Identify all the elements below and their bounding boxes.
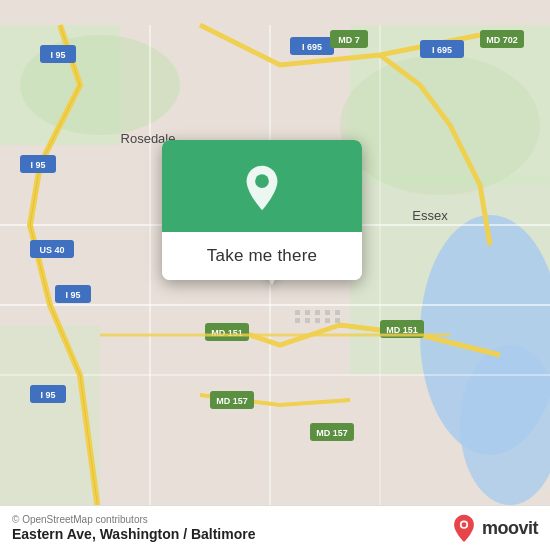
svg-text:I 95: I 95: [65, 290, 80, 300]
bottom-bar: © OpenStreetMap contributors Eastern Ave…: [0, 505, 550, 550]
svg-text:MD 157: MD 157: [316, 428, 348, 438]
svg-text:MD 157: MD 157: [216, 396, 248, 406]
svg-text:I 95: I 95: [30, 160, 45, 170]
map-container: I 95 I 95 I 95 I 95 US 40 I 695 I 695 MD…: [0, 0, 550, 550]
svg-rect-50: [325, 310, 330, 315]
svg-rect-53: [335, 318, 340, 323]
take-me-there-button[interactable]: Take me there: [162, 232, 362, 280]
svg-point-6: [340, 55, 540, 195]
popup-card: Take me there: [162, 140, 362, 280]
location-title: Eastern Ave, Washington / Baltimore: [12, 526, 256, 542]
svg-rect-47: [295, 318, 300, 323]
svg-rect-49: [315, 318, 320, 323]
moovit-logo: moovit: [450, 514, 538, 542]
svg-rect-44: [295, 310, 300, 315]
moovit-text: moovit: [482, 518, 538, 539]
svg-text:I 695: I 695: [302, 42, 322, 52]
svg-text:I 95: I 95: [40, 390, 55, 400]
svg-text:Essex: Essex: [412, 208, 448, 223]
svg-text:I 95: I 95: [50, 50, 65, 60]
popup-icon-area: [162, 140, 362, 232]
svg-rect-48: [305, 318, 310, 323]
location-pin-icon: [238, 164, 286, 212]
moovit-pin-icon: [450, 514, 478, 542]
svg-text:US 40: US 40: [39, 245, 64, 255]
svg-text:MD 7: MD 7: [338, 35, 360, 45]
copyright-text: © OpenStreetMap contributors: [12, 514, 256, 525]
svg-rect-46: [315, 310, 320, 315]
svg-rect-52: [335, 310, 340, 315]
svg-text:I 695: I 695: [432, 45, 452, 55]
svg-point-55: [255, 174, 269, 188]
svg-rect-51: [325, 318, 330, 323]
bottom-left: © OpenStreetMap contributors Eastern Ave…: [12, 514, 256, 542]
svg-rect-45: [305, 310, 310, 315]
svg-point-57: [462, 522, 467, 527]
svg-text:MD 702: MD 702: [486, 35, 518, 45]
